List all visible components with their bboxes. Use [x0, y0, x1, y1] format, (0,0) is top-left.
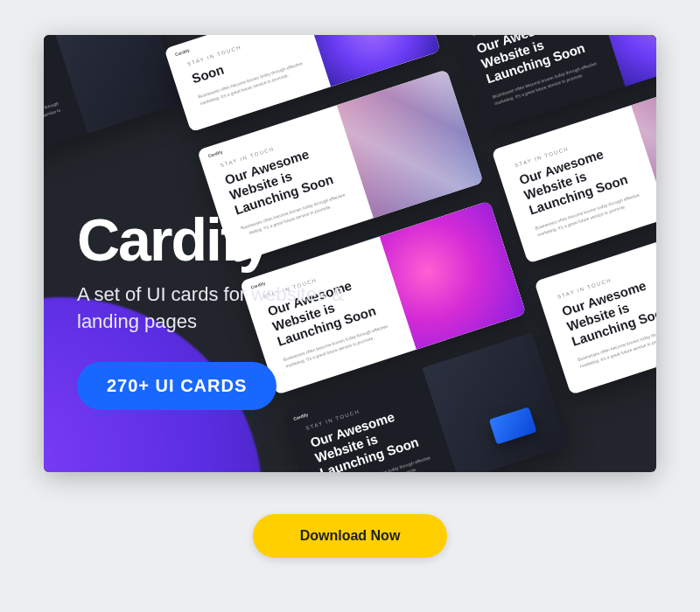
cta-row: Download Now — [0, 514, 700, 558]
mock-card-body: Businesses often become known today thro… — [44, 99, 66, 148]
hero-copy: Cardify A set of UI cards for websites &… — [77, 210, 374, 410]
hero-subtitle: A set of UI cards for websites & landing… — [77, 282, 374, 336]
hero-badge: 270+ UI CARDS — [77, 362, 276, 410]
download-button[interactable]: Download Now — [253, 514, 448, 558]
mock-card: STAY IN TOUCH Our Awesome Website is Lau… — [44, 35, 183, 173]
hero-title: Cardify — [77, 210, 374, 269]
hero-banner: STAY IN TOUCH Our Awesome Website is Lau… — [44, 35, 656, 472]
